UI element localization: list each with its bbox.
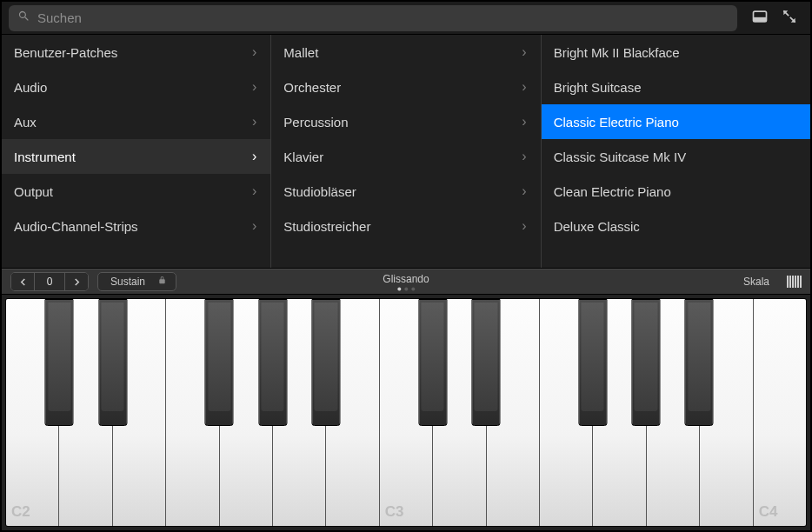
top-bar (2, 2, 810, 35)
keyboard-toolbar: 0 Sustain Glissando Skala (2, 269, 810, 295)
black-key[interactable] (418, 299, 447, 426)
octave-up-button[interactable] (65, 273, 88, 290)
list-item[interactable]: Mallet› (271, 35, 540, 70)
list-item-label: Aux (14, 115, 37, 130)
svg-rect-1 (754, 17, 767, 21)
black-key[interactable] (205, 299, 234, 426)
chevron-right-icon: › (252, 149, 256, 164)
list-item[interactable]: Audio› (2, 70, 270, 104)
sustain-toggle[interactable]: Sustain (97, 272, 176, 291)
piano-keys[interactable]: C2C3C4 (2, 295, 810, 530)
list-item[interactable]: Classic Electric Piano (542, 104, 810, 139)
list-item-label: Clean Electric Piano (554, 184, 671, 199)
lock-icon (157, 276, 167, 288)
list-item-label: Classic Electric Piano (554, 115, 679, 130)
sustain-label: Sustain (110, 276, 145, 288)
list-item[interactable]: Aux› (2, 104, 270, 139)
list-item-label: Percussion (283, 115, 348, 130)
list-item-label: Deluxe Classic (554, 219, 640, 234)
keyboard-panel: 0 Sustain Glissando Skala C2C3C4 (2, 268, 810, 530)
black-key[interactable] (471, 299, 500, 426)
chevron-right-icon: › (522, 218, 526, 234)
page-dots (383, 288, 429, 291)
list-item-label: Orchester (283, 80, 341, 95)
list-item[interactable]: Klavier› (271, 139, 540, 174)
octave-stepper[interactable]: 0 (10, 272, 89, 291)
list-item-label: Studiobläser (283, 184, 356, 199)
octave-value: 0 (34, 273, 65, 290)
chevron-right-icon: › (252, 218, 256, 234)
list-item[interactable]: Audio-Channel-Strips› (2, 209, 270, 243)
chevron-right-icon: › (252, 44, 256, 60)
list-item[interactable]: Clean Electric Piano (542, 174, 810, 209)
key-label: C2 (11, 503, 30, 521)
window-icon[interactable] (751, 8, 769, 29)
scale-button[interactable]: Skala (743, 276, 769, 288)
list-item[interactable]: Classic Suitcase Mk IV (542, 139, 810, 174)
black-key[interactable] (685, 299, 714, 426)
black-key[interactable] (98, 299, 127, 426)
list-item[interactable]: Deluxe Classic (542, 209, 810, 243)
list-item[interactable]: Benutzer-Patches› (2, 35, 270, 70)
list-item-label: Instrument (14, 150, 76, 164)
chevron-right-icon: › (522, 149, 526, 164)
play-mode-label: Glissando (383, 273, 429, 285)
list-item-label: Audio (14, 80, 47, 95)
chevron-right-icon: › (522, 79, 526, 95)
list-item-label: Klavier (283, 150, 323, 164)
chevron-right-icon: › (522, 183, 526, 199)
list-item[interactable]: Studiobläser› (271, 174, 540, 209)
key-label: C3 (385, 503, 404, 521)
search-input[interactable] (37, 10, 729, 25)
browser-column-1: Benutzer-Patches› Audio› Aux› Instrument… (2, 35, 271, 268)
chevron-right-icon: › (252, 79, 256, 95)
list-item[interactable]: Instrument› (2, 139, 270, 174)
list-item[interactable]: Percussion› (271, 104, 540, 139)
black-key[interactable] (45, 299, 74, 426)
list-item[interactable]: Output› (2, 174, 270, 209)
key-label: C4 (759, 503, 778, 521)
search-box[interactable] (9, 5, 737, 31)
app-window: Benutzer-Patches› Audio› Aux› Instrument… (0, 0, 812, 532)
black-key[interactable] (258, 299, 287, 426)
chevron-right-icon: › (252, 183, 256, 199)
browser-column-2: Mallet› Orchester› Percussion› Klavier› … (271, 35, 541, 268)
black-key[interactable] (578, 299, 607, 426)
list-item-label: Audio-Channel-Strips (14, 219, 138, 234)
list-item-label: Bright Suitcase (554, 80, 642, 95)
top-icons (746, 8, 803, 29)
play-mode[interactable]: Glissando (383, 273, 429, 291)
list-item-label: Studiostreicher (283, 219, 370, 234)
chevron-right-icon: › (252, 114, 256, 130)
list-item-label: Mallet (283, 45, 318, 60)
list-item[interactable]: Bright Suitcase (542, 70, 810, 104)
fullscreen-icon[interactable] (781, 8, 798, 29)
browser-column-3: Bright Mk II Blackface Bright Suitcase C… (542, 35, 810, 268)
keyboard-icon[interactable] (787, 276, 802, 288)
black-key[interactable] (631, 299, 660, 426)
patch-browser: Benutzer-Patches› Audio› Aux› Instrument… (2, 35, 810, 268)
chevron-right-icon: › (522, 44, 526, 60)
list-item[interactable]: Bright Mk II Blackface (542, 35, 810, 70)
list-item-label: Output (14, 184, 53, 199)
list-item[interactable]: Studiostreicher› (271, 209, 540, 243)
list-item[interactable]: Orchester› (271, 70, 540, 104)
black-key[interactable] (311, 299, 340, 426)
list-item-label: Bright Mk II Blackface (554, 45, 680, 60)
list-item-label: Benutzer-Patches (14, 45, 117, 60)
search-icon (17, 10, 30, 26)
list-item-label: Classic Suitcase Mk IV (554, 150, 687, 164)
octave-down-button[interactable] (11, 273, 34, 290)
chevron-right-icon: › (522, 114, 526, 130)
white-key[interactable]: C4 (754, 299, 806, 526)
